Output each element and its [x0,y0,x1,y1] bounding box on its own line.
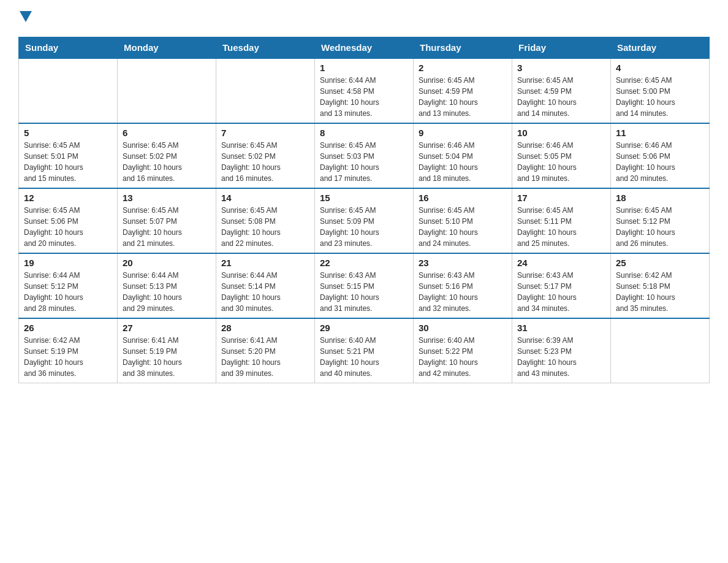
day-number: 26 [24,323,112,333]
day-number: 10 [517,128,605,138]
day-info: Sunrise: 6:45 AM Sunset: 4:59 PM Dayligh… [419,75,507,119]
calendar-cell: 6Sunrise: 6:45 AM Sunset: 5:02 PM Daylig… [118,123,216,188]
day-number: 20 [123,258,211,268]
calendar-cell: 29Sunrise: 6:40 AM Sunset: 5:21 PM Dayli… [315,318,414,383]
day-number: 18 [616,193,704,203]
weekday-header-friday: Friday [512,37,611,59]
day-info: Sunrise: 6:45 AM Sunset: 5:08 PM Dayligh… [221,205,309,249]
day-number: 27 [123,323,211,333]
day-info: Sunrise: 6:43 AM Sunset: 5:15 PM Dayligh… [320,270,408,314]
weekday-header-wednesday: Wednesday [315,37,414,59]
calendar-cell: 27Sunrise: 6:41 AM Sunset: 5:19 PM Dayli… [118,318,216,383]
day-number: 21 [221,258,309,268]
day-number: 23 [419,258,507,268]
day-number: 25 [616,258,704,268]
day-number: 6 [123,128,211,138]
calendar-cell: 1Sunrise: 6:44 AM Sunset: 4:58 PM Daylig… [315,58,414,123]
day-info: Sunrise: 6:41 AM Sunset: 5:19 PM Dayligh… [123,335,211,379]
weekday-header-saturday: Saturday [611,37,710,59]
calendar-cell: 4Sunrise: 6:45 AM Sunset: 5:00 PM Daylig… [611,58,710,123]
calendar-cell: 16Sunrise: 6:45 AM Sunset: 5:10 PM Dayli… [414,188,512,253]
day-number: 1 [320,63,408,73]
day-info: Sunrise: 6:44 AM Sunset: 5:14 PM Dayligh… [221,270,309,314]
day-number: 11 [616,128,704,138]
day-number: 2 [419,63,507,73]
calendar-cell: 8Sunrise: 6:45 AM Sunset: 5:03 PM Daylig… [315,123,414,188]
calendar-cell: 5Sunrise: 6:45 AM Sunset: 5:01 PM Daylig… [19,123,118,188]
calendar-cell: 21Sunrise: 6:44 AM Sunset: 5:14 PM Dayli… [216,253,315,318]
day-info: Sunrise: 6:46 AM Sunset: 5:06 PM Dayligh… [616,140,704,184]
calendar-cell: 10Sunrise: 6:46 AM Sunset: 5:05 PM Dayli… [512,123,611,188]
day-number: 30 [419,323,507,333]
calendar-week-row: 19Sunrise: 6:44 AM Sunset: 5:12 PM Dayli… [19,253,710,318]
day-number: 4 [616,63,704,73]
calendar-cell [118,58,216,123]
day-info: Sunrise: 6:46 AM Sunset: 5:04 PM Dayligh… [419,140,507,184]
calendar-cell: 25Sunrise: 6:42 AM Sunset: 5:18 PM Dayli… [611,253,710,318]
day-info: Sunrise: 6:45 AM Sunset: 5:07 PM Dayligh… [123,205,211,249]
day-info: Sunrise: 6:43 AM Sunset: 5:17 PM Dayligh… [517,270,605,314]
weekday-header-thursday: Thursday [414,37,512,59]
day-info: Sunrise: 6:42 AM Sunset: 5:18 PM Dayligh… [616,270,704,314]
day-number: 8 [320,128,408,138]
day-info: Sunrise: 6:45 AM Sunset: 5:02 PM Dayligh… [123,140,211,184]
day-number: 29 [320,323,408,333]
day-info: Sunrise: 6:45 AM Sunset: 5:10 PM Dayligh… [419,205,507,249]
calendar-cell: 18Sunrise: 6:45 AM Sunset: 5:12 PM Dayli… [611,188,710,253]
calendar-cell: 24Sunrise: 6:43 AM Sunset: 5:17 PM Dayli… [512,253,611,318]
day-info: Sunrise: 6:45 AM Sunset: 4:59 PM Dayligh… [517,75,605,119]
calendar-cell: 3Sunrise: 6:45 AM Sunset: 4:59 PM Daylig… [512,58,611,123]
day-number: 14 [221,193,309,203]
calendar-cell [216,58,315,123]
calendar-week-row: 1Sunrise: 6:44 AM Sunset: 4:58 PM Daylig… [19,58,710,123]
calendar-cell: 15Sunrise: 6:45 AM Sunset: 5:09 PM Dayli… [315,188,414,253]
calendar-cell: 31Sunrise: 6:39 AM Sunset: 5:23 PM Dayli… [512,318,611,383]
day-number: 15 [320,193,408,203]
calendar-week-row: 26Sunrise: 6:42 AM Sunset: 5:19 PM Dayli… [19,318,710,383]
day-number: 28 [221,323,309,333]
weekday-header-monday: Monday [118,37,216,59]
day-info: Sunrise: 6:44 AM Sunset: 5:13 PM Dayligh… [123,270,211,314]
calendar-cell: 23Sunrise: 6:43 AM Sunset: 5:16 PM Dayli… [414,253,512,318]
day-info: Sunrise: 6:41 AM Sunset: 5:20 PM Dayligh… [221,335,309,379]
weekday-header-tuesday: Tuesday [216,37,315,59]
page-header [18,12,710,27]
day-number: 16 [419,193,507,203]
calendar-cell: 2Sunrise: 6:45 AM Sunset: 4:59 PM Daylig… [414,58,512,123]
day-info: Sunrise: 6:45 AM Sunset: 5:00 PM Dayligh… [616,75,704,119]
day-info: Sunrise: 6:44 AM Sunset: 4:58 PM Dayligh… [320,75,408,119]
day-info: Sunrise: 6:45 AM Sunset: 5:09 PM Dayligh… [320,205,408,249]
weekday-header-sunday: Sunday [19,37,118,59]
calendar-cell: 11Sunrise: 6:46 AM Sunset: 5:06 PM Dayli… [611,123,710,188]
day-info: Sunrise: 6:45 AM Sunset: 5:12 PM Dayligh… [616,205,704,249]
calendar-cell: 30Sunrise: 6:40 AM Sunset: 5:22 PM Dayli… [414,318,512,383]
day-info: Sunrise: 6:45 AM Sunset: 5:11 PM Dayligh… [517,205,605,249]
day-info: Sunrise: 6:42 AM Sunset: 5:19 PM Dayligh… [24,335,112,379]
day-number: 22 [320,258,408,268]
day-info: Sunrise: 6:45 AM Sunset: 5:02 PM Dayligh… [221,140,309,184]
logo-triangle-icon [20,11,32,23]
day-info: Sunrise: 6:46 AM Sunset: 5:05 PM Dayligh… [517,140,605,184]
calendar-cell: 19Sunrise: 6:44 AM Sunset: 5:12 PM Dayli… [19,253,118,318]
logo [18,12,32,27]
calendar-cell: 13Sunrise: 6:45 AM Sunset: 5:07 PM Dayli… [118,188,216,253]
calendar-cell: 9Sunrise: 6:46 AM Sunset: 5:04 PM Daylig… [414,123,512,188]
calendar-cell [611,318,710,383]
day-info: Sunrise: 6:45 AM Sunset: 5:06 PM Dayligh… [24,205,112,249]
day-info: Sunrise: 6:45 AM Sunset: 5:03 PM Dayligh… [320,140,408,184]
calendar-cell: 14Sunrise: 6:45 AM Sunset: 5:08 PM Dayli… [216,188,315,253]
day-number: 7 [221,128,309,138]
day-number: 5 [24,128,112,138]
day-number: 24 [517,258,605,268]
day-number: 9 [419,128,507,138]
calendar-cell [19,58,118,123]
calendar-cell: 7Sunrise: 6:45 AM Sunset: 5:02 PM Daylig… [216,123,315,188]
day-info: Sunrise: 6:44 AM Sunset: 5:12 PM Dayligh… [24,270,112,314]
calendar-cell: 22Sunrise: 6:43 AM Sunset: 5:15 PM Dayli… [315,253,414,318]
day-number: 19 [24,258,112,268]
calendar-week-row: 12Sunrise: 6:45 AM Sunset: 5:06 PM Dayli… [19,188,710,253]
day-number: 17 [517,193,605,203]
day-info: Sunrise: 6:45 AM Sunset: 5:01 PM Dayligh… [24,140,112,184]
day-info: Sunrise: 6:40 AM Sunset: 5:21 PM Dayligh… [320,335,408,379]
calendar-table: SundayMondayTuesdayWednesdayThursdayFrid… [18,37,710,383]
